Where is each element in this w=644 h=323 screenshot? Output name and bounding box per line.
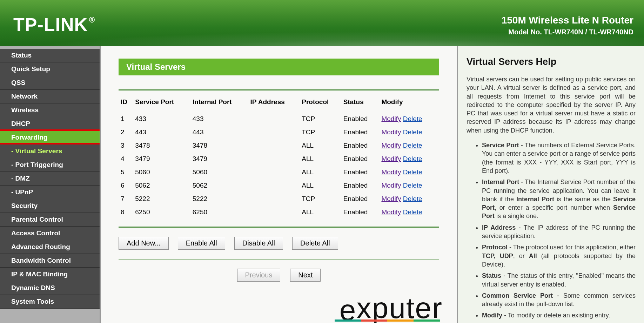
table-cell-actions: Modify Delete [379,126,439,139]
modify-link[interactable]: Modify [381,155,401,162]
disable-all-button[interactable]: Disable All [234,237,283,250]
delete-link[interactable]: Delete [403,195,422,202]
sidebar-item-ip-mac-binding[interactable]: IP & MAC Binding [0,268,100,281]
table-cell: Enabled [341,139,380,152]
table-cell-actions: Modify Delete [379,179,439,192]
table-cell: 433 [190,112,248,126]
next-button[interactable]: Next [290,269,321,282]
table-cell: 6 [119,179,133,192]
modify-link[interactable]: Modify [381,142,401,149]
sidebar-item-virtual-servers[interactable]: - Virtual Servers [0,144,100,158]
table-cell: 443 [133,126,190,139]
modify-link[interactable]: Modify [381,128,401,136]
delete-link[interactable]: Delete [403,182,422,189]
table-cell: Enabled [341,166,380,179]
sidebar-item-network[interactable]: Network [0,90,100,103]
modify-link[interactable]: Modify [381,182,401,189]
column-header: Protocol [300,95,341,112]
table-cell: 5222 [190,192,248,206]
delete-link[interactable]: Delete [403,155,422,162]
table-cell: 5222 [133,192,190,206]
brand-logo: TP-LINK® [13,14,95,35]
table-cell [248,206,300,219]
table-cell [248,152,300,166]
modify-link[interactable]: Modify [381,208,401,216]
sidebar-item-dhcp[interactable]: DHCP [0,117,100,131]
table-cell-actions: Modify Delete [379,112,439,126]
table-cell: 7 [119,192,133,206]
table-row: 334783478ALLEnabledModify Delete [119,139,439,152]
table-cell: 2 [119,126,133,139]
column-header: Modify [379,95,439,112]
header-banner: TP-LINK® 150M Wireless Lite N Router Mod… [0,0,644,46]
sidebar-item-security[interactable]: Security [0,199,100,213]
table-cell: ALL [300,166,341,179]
delete-link[interactable]: Delete [403,208,422,216]
delete-link[interactable]: Delete [403,142,422,149]
sidebar-item-system-tools[interactable]: System Tools [0,295,100,309]
help-definition-item: Protocol - The protocol used for this ap… [482,243,636,269]
table-cell: 8 [119,206,133,219]
column-header: Status [341,95,380,112]
help-definitions: Service Port - The numbers of External S… [482,141,636,320]
sidebar-item-bandwidth-control[interactable]: Bandwidth Control [0,254,100,268]
help-definition-item: Internal Port - The Internal Service Por… [482,178,636,220]
table-cell: Enabled [341,152,380,166]
sidebar-nav: StatusQuick SetupQSSNetworkWirelessDHCPF… [0,46,100,323]
sidebar-item-forwarding[interactable]: Forwarding [0,131,100,144]
sidebar-item-advanced-routing[interactable]: Advanced Routing [0,240,100,254]
virtual-servers-table-wrap: IDService PortInternal PortIP AddressPro… [119,89,439,228]
model-info: 150M Wireless Lite N Router Model No. TL… [502,15,633,36]
table-cell: Enabled [341,126,380,139]
sidebar-item-qss[interactable]: QSS [0,76,100,90]
modify-link[interactable]: Modify [381,168,401,176]
table-cell: 3 [119,139,133,152]
main-content: Virtual Servers IDService PortInternal P… [100,46,458,323]
registered-icon: ® [89,15,95,25]
modify-link[interactable]: Modify [381,195,401,202]
sidebar-item-port-triggering[interactable]: - Port Triggering [0,158,100,172]
add-new-button[interactable]: Add New... [119,237,169,250]
table-cell: 6250 [133,206,190,219]
table-cell: 4 [119,152,133,166]
help-title: Virtual Servers Help [467,56,636,67]
table-cell: 3478 [190,139,248,152]
table-row: 1433433TCPEnabledModify Delete [119,112,439,126]
modify-link[interactable]: Modify [381,115,401,122]
table-cell: Enabled [341,192,380,206]
brand-text: TP-LINK [13,14,88,35]
table-cell [248,112,300,126]
delete-link[interactable]: Delete [403,168,422,176]
table-cell: 5 [119,166,133,179]
bulk-action-row: Add New... Enable All Disable All Delete… [119,237,439,260]
table-row: 862506250ALLEnabledModify Delete [119,206,439,219]
table-cell-actions: Modify Delete [379,152,439,166]
model-title: 150M Wireless Lite N Router [502,15,633,26]
delete-link[interactable]: Delete [403,115,422,122]
table-cell: 443 [190,126,248,139]
delete-all-button[interactable]: Delete All [292,237,338,250]
table-cell [248,192,300,206]
sidebar-item-wireless[interactable]: Wireless [0,103,100,117]
help-definition-item: Common Service Port - Some common servic… [482,291,636,309]
sidebar-item-parental-control[interactable]: Parental Control [0,213,100,227]
watermark-text: exputer [340,291,443,323]
table-cell: ALL [300,139,341,152]
sidebar-item-access-control[interactable]: Access Control [0,227,100,240]
delete-link[interactable]: Delete [403,128,422,136]
table-cell [248,139,300,152]
table-cell: 5060 [133,166,190,179]
table-cell: TCP [300,192,341,206]
sidebar-item-quick-setup[interactable]: Quick Setup [0,62,100,76]
sidebar-item-dmz[interactable]: - DMZ [0,172,100,186]
enable-all-button[interactable]: Enable All [178,237,225,250]
sidebar-item-dynamic-dns[interactable]: Dynamic DNS [0,281,100,295]
help-definition-item: Service Port - The numbers of External S… [482,141,636,175]
table-cell: 3479 [190,152,248,166]
previous-button[interactable]: Previous [237,269,281,282]
sidebar-item-status[interactable]: Status [0,49,100,62]
page-title: Virtual Servers [119,59,439,75]
sidebar-item-upnp[interactable]: - UPnP [0,186,100,199]
table-cell [248,126,300,139]
model-subtitle: Model No. TL-WR740N / TL-WR740ND [502,28,633,36]
